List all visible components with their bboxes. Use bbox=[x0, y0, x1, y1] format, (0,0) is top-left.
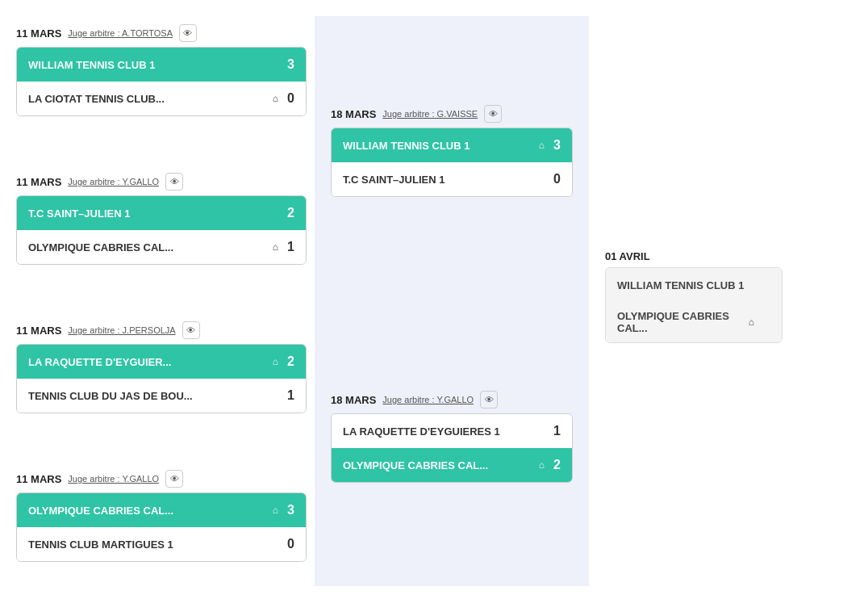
team-row-winner: WILLIAM TENNIS CLUB 1 ⌂ 3 bbox=[332, 128, 572, 162]
match-referee: Juge arbitre : Y.GALLO bbox=[382, 395, 474, 404]
home-icon: ⌂ bbox=[273, 356, 278, 367]
match-block: 18 MARS Juge arbitre : Y.GALLO 👁 LA RAQU… bbox=[331, 391, 573, 483]
team-row-loser: TENNIS CLUB DU JAS DE BOU... 1 bbox=[17, 379, 306, 413]
match-date: 11 MARS bbox=[16, 325, 61, 337]
match-teams: T.C SAINT–JULIEN 1 2 OLYMPIQUE CABRIES C… bbox=[16, 195, 307, 265]
match-header: 01 AVRIL bbox=[605, 250, 782, 262]
team-row-winner: WILLIAM TENNIS CLUB 1 3 bbox=[17, 48, 306, 82]
match-teams: WILLIAM TENNIS CLUB 1 OLYMPIQUE CABRIES … bbox=[605, 267, 782, 343]
tournament-bracket: 11 MARS Juge arbitre : A.TORTOSA 👁 WILLI… bbox=[0, 0, 868, 595]
match-date: 11 MARS bbox=[16, 473, 61, 485]
match-block: 11 MARS Juge arbitre : Y.GALLO 👁 OLYMPIQ… bbox=[16, 470, 307, 562]
match-header: 11 MARS Juge arbitre : Y.GALLO 👁 bbox=[16, 173, 307, 191]
team-name: T.C SAINT–JULIEN 1 bbox=[343, 174, 545, 186]
eye-icon[interactable]: 👁 bbox=[484, 105, 502, 123]
team-row-loser: TENNIS CLUB MARTIGUES 1 0 bbox=[17, 527, 306, 561]
team-row: OLYMPIQUE CABRIES CAL... ⌂ bbox=[606, 302, 782, 342]
home-icon: ⌂ bbox=[273, 93, 278, 104]
eye-icon[interactable]: 👁 bbox=[179, 24, 197, 42]
home-icon: ⌂ bbox=[749, 316, 754, 328]
team-name: WILLIAM TENNIS CLUB 1 bbox=[617, 279, 754, 291]
match-block-upcoming: 01 AVRIL WILLIAM TENNIS CLUB 1 OLYMPIQUE… bbox=[605, 250, 782, 343]
match-referee: Juge arbitre : Y.GALLO bbox=[68, 474, 159, 484]
team-row-loser: LA RAQUETTE D'EYGUIERES 1 1 bbox=[332, 414, 572, 448]
team-score: 3 bbox=[278, 57, 294, 72]
match-block: 11 MARS Juge arbitre : J.PERSOLJA 👁 LA R… bbox=[16, 321, 307, 413]
team-name: LA RAQUETTE D'EYGUIERES 1 bbox=[343, 425, 545, 438]
match-teams: WILLIAM TENNIS CLUB 1 3 LA CIOTAT TENNIS… bbox=[16, 47, 307, 116]
round-1: 11 MARS Juge arbitre : A.TORTOSA 👁 WILLI… bbox=[8, 16, 315, 586]
match-header: 11 MARS Juge arbitre : Y.GALLO 👁 bbox=[16, 470, 307, 488]
team-score: 1 bbox=[278, 388, 294, 403]
match-header: 11 MARS Juge arbitre : A.TORTOSA 👁 bbox=[16, 24, 307, 42]
team-row-winner: OLYMPIQUE CABRIES CAL... ⌂ 2 bbox=[332, 448, 572, 482]
match-date: 11 MARS bbox=[16, 27, 61, 40]
team-score: 3 bbox=[545, 138, 561, 153]
team-score: 2 bbox=[545, 458, 561, 472]
match-date: 18 MARS bbox=[331, 394, 376, 406]
eye-icon[interactable]: 👁 bbox=[480, 391, 498, 409]
home-icon: ⌂ bbox=[539, 140, 545, 151]
match-teams: LA RAQUETTE D'EYGUIER... ⌂ 2 TENNIS CLUB… bbox=[16, 344, 307, 413]
match-header: 18 MARS Juge arbitre : G.VAISSE 👁 bbox=[331, 105, 573, 123]
team-name: OLYMPIQUE CABRIES CAL... bbox=[343, 459, 536, 471]
team-name: WILLIAM TENNIS CLUB 1 bbox=[343, 140, 536, 152]
home-icon: ⌂ bbox=[539, 459, 545, 471]
team-name: T.C SAINT–JULIEN 1 bbox=[28, 207, 278, 220]
match-date: 01 AVRIL bbox=[605, 250, 650, 262]
team-row-loser: LA CIOTAT TENNIS CLUB... ⌂ 0 bbox=[17, 82, 306, 115]
match-teams: LA RAQUETTE D'EYGUIERES 1 1 OLYMPIQUE CA… bbox=[331, 413, 573, 483]
match-date: 18 MARS bbox=[331, 108, 376, 120]
team-row-winner: T.C SAINT–JULIEN 1 2 bbox=[17, 196, 306, 230]
round-2: 18 MARS Juge arbitre : G.VAISSE 👁 WILLIA… bbox=[315, 16, 589, 586]
match-referee: Juge arbitre : Y.GALLO bbox=[68, 177, 159, 186]
match-block: 11 MARS Juge arbitre : A.TORTOSA 👁 WILLI… bbox=[16, 24, 307, 116]
team-row-loser: T.C SAINT–JULIEN 1 0 bbox=[332, 162, 572, 196]
match-block: 18 MARS Juge arbitre : G.VAISSE 👁 WILLIA… bbox=[331, 105, 573, 197]
eye-icon[interactable]: 👁 bbox=[165, 470, 183, 488]
match-date: 11 MARS bbox=[16, 176, 61, 188]
match-teams: OLYMPIQUE CABRIES CAL... ⌂ 3 TENNIS CLUB… bbox=[16, 492, 307, 562]
team-name: OLYMPIQUE CABRIES CAL... bbox=[28, 505, 269, 517]
team-name: LA CIOTAT TENNIS CLUB... bbox=[28, 93, 269, 105]
round-3: 01 AVRIL WILLIAM TENNIS CLUB 1 OLYMPIQUE… bbox=[589, 16, 799, 586]
spacer bbox=[605, 16, 782, 250]
match-header: 18 MARS Juge arbitre : Y.GALLO 👁 bbox=[331, 391, 573, 409]
team-score: 1 bbox=[278, 240, 294, 254]
team-score: 0 bbox=[278, 537, 294, 551]
team-row: WILLIAM TENNIS CLUB 1 bbox=[606, 268, 782, 302]
team-score: 2 bbox=[278, 354, 294, 369]
team-name: TENNIS CLUB MARTIGUES 1 bbox=[28, 538, 278, 551]
team-score: 2 bbox=[278, 206, 294, 220]
team-row-loser: OLYMPIQUE CABRIES CAL... ⌂ 1 bbox=[17, 230, 306, 264]
spacer bbox=[331, 221, 573, 391]
team-score: 1 bbox=[545, 424, 561, 438]
eye-icon[interactable]: 👁 bbox=[182, 321, 200, 339]
match-header: 11 MARS Juge arbitre : J.PERSOLJA 👁 bbox=[16, 321, 307, 339]
spacer bbox=[331, 16, 573, 105]
match-teams: WILLIAM TENNIS CLUB 1 ⌂ 3 T.C SAINT–JULI… bbox=[331, 128, 573, 197]
team-score: 0 bbox=[545, 172, 561, 186]
team-name: TENNIS CLUB DU JAS DE BOU... bbox=[28, 390, 278, 402]
home-icon: ⌂ bbox=[273, 241, 278, 253]
match-referee: Juge arbitre : J.PERSOLJA bbox=[68, 325, 175, 335]
match-block: 11 MARS Juge arbitre : Y.GALLO 👁 T.C SAI… bbox=[16, 173, 307, 265]
eye-icon[interactable]: 👁 bbox=[165, 173, 183, 191]
match-referee: Juge arbitre : A.TORTOSA bbox=[68, 28, 173, 38]
home-icon: ⌂ bbox=[273, 505, 278, 516]
team-name: LA RAQUETTE D'EYGUIER... bbox=[28, 356, 269, 368]
team-score: 3 bbox=[278, 503, 294, 517]
match-referee: Juge arbitre : G.VAISSE bbox=[382, 109, 478, 119]
team-name: OLYMPIQUE CABRIES CAL... bbox=[617, 310, 745, 334]
team-score: 0 bbox=[278, 91, 294, 106]
team-row-winner: OLYMPIQUE CABRIES CAL... ⌂ 3 bbox=[17, 493, 306, 527]
team-row-winner: LA RAQUETTE D'EYGUIER... ⌂ 2 bbox=[17, 345, 306, 379]
team-name: OLYMPIQUE CABRIES CAL... bbox=[28, 241, 269, 254]
team-name: WILLIAM TENNIS CLUB 1 bbox=[28, 59, 278, 71]
